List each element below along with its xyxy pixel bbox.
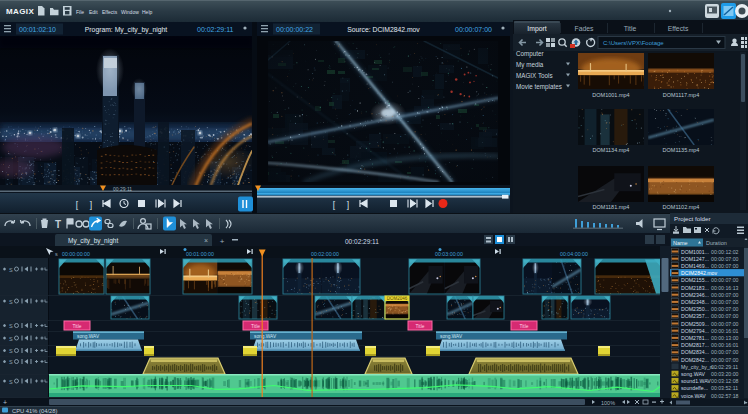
svg-text:My_city_by_night: My_city_by_night: [68, 237, 118, 245]
svg-text:×: ×: [204, 237, 208, 244]
svg-text:Fades: Fades: [575, 25, 594, 32]
svg-text:S: S: [9, 359, 13, 365]
svg-text:Import: Import: [527, 25, 546, 33]
svg-text:S: S: [9, 379, 13, 385]
svg-text:S: S: [9, 323, 13, 329]
svg-text:00:03:00:00: 00:03:00:00: [435, 251, 463, 257]
svg-text:DOM1117.mp4: DOM1117.mp4: [663, 92, 699, 98]
svg-text:MAGIX Tools: MAGIX Tools: [516, 72, 553, 79]
svg-text:Source: DCIM2842.mov: Source: DCIM2842.mov: [347, 26, 420, 33]
svg-text:DOM1134.mp4: DOM1134.mp4: [593, 147, 630, 153]
svg-text:00:02:29:11: 00:02:29:11: [345, 238, 379, 245]
svg-text:00:00:07:00: 00:00:07:00: [711, 299, 739, 305]
svg-text:00:01:02:10: 00:01:02:10: [19, 26, 56, 33]
svg-text:DOM2834...: DOM2834...: [681, 349, 709, 355]
svg-text:DOM1135.mp4: DOM1135.mp4: [663, 147, 700, 153]
svg-text:DOM1181.mp4: DOM1181.mp4: [593, 204, 630, 210]
svg-text:s: s: [55, 251, 58, 257]
svg-text:Help: Help: [142, 9, 153, 15]
svg-text:100%: 100%: [601, 400, 615, 406]
svg-text:voice.WAV: voice.WAV: [681, 393, 706, 399]
svg-text:00:03:12:08: 00:03:12:08: [711, 378, 739, 384]
svg-text:DOM2794...: DOM2794...: [681, 328, 709, 334]
svg-text:Name: Name: [673, 240, 688, 246]
svg-text:00:00:13:00: 00:00:13:00: [711, 335, 739, 341]
svg-text:Movie templates: Movie templates: [516, 83, 562, 91]
svg-text:00:00:07:00: 00:00:07:00: [711, 321, 739, 327]
svg-text:00:03:20:00: 00:03:20:00: [711, 371, 739, 377]
svg-text:MAGIX: MAGIX: [6, 7, 34, 16]
svg-text:Title: Title: [73, 324, 82, 329]
svg-text:DOM2357...: DOM2357...: [681, 313, 709, 319]
svg-text:Title: Title: [624, 25, 637, 32]
svg-text:00:02:29:11: 00:02:29:11: [197, 26, 234, 33]
svg-text:00:29:11: 00:29:11: [113, 186, 132, 192]
svg-text:C:\Users\VPX\Footage: C:\Users\VPX\Footage: [603, 40, 664, 46]
svg-text:S: S: [9, 336, 13, 342]
svg-text:00:01:00:00: 00:01:00:00: [186, 251, 214, 257]
svg-text:Program: My_city_by_night: Program: My_city_by_night: [85, 26, 167, 34]
svg-text:00:00:07:00: 00:00:07:00: [711, 306, 739, 312]
svg-text:Duration: Duration: [706, 240, 727, 246]
svg-text:DOM2183...: DOM2183...: [681, 285, 709, 291]
svg-text:S: S: [9, 267, 13, 273]
svg-text:song.WAV: song.WAV: [254, 334, 277, 339]
svg-text:S: S: [9, 299, 13, 305]
svg-text:Edit: Edit: [89, 9, 98, 15]
svg-text:Title: Title: [416, 324, 425, 329]
svg-text:My media: My media: [516, 61, 544, 69]
svg-text:Title: Title: [520, 324, 529, 329]
svg-text:sound1.WAV: sound1.WAV: [681, 378, 711, 384]
svg-text:DOM1247...: DOM1247...: [681, 256, 709, 262]
svg-text:00:00:07:00: 00:00:07:00: [711, 292, 739, 298]
svg-text:00:02:29:11: 00:02:29:11: [711, 364, 738, 370]
svg-text:00:00:07:00: 00:00:07:00: [455, 26, 492, 33]
svg-text:00:00:07:00: 00:00:07:00: [711, 256, 739, 262]
svg-text:DOM2348...: DOM2348...: [681, 299, 709, 305]
svg-text:00:00:07:00: 00:00:07:00: [711, 263, 739, 269]
svg-text:soundeffe...: soundeffe...: [681, 385, 708, 391]
svg-text:DOM2842...: DOM2842...: [681, 357, 709, 363]
svg-text:00:00:07:00: 00:00:07:00: [711, 313, 739, 319]
svg-text:00:00:12:02: 00:00:12:02: [711, 249, 739, 255]
svg-text:DOM2509...: DOM2509...: [681, 321, 709, 327]
svg-text:DOM2155...: DOM2155...: [681, 277, 709, 283]
svg-text:Title: Title: [251, 324, 260, 329]
svg-text:Computer: Computer: [516, 50, 544, 58]
svg-text:00:00:07:00: 00:00:07:00: [711, 277, 739, 283]
svg-text:Effects: Effects: [668, 25, 689, 32]
svg-text:00:00:00:22: 00:00:00:22: [276, 26, 313, 33]
svg-text:]: ]: [347, 200, 349, 210]
svg-text:DOM2046: DOM2046: [387, 296, 408, 301]
svg-text:DOM1469...: DOM1469...: [681, 263, 709, 269]
svg-text:00:00:07:00: 00:00:07:00: [711, 349, 739, 355]
svg-text:S: S: [9, 348, 13, 354]
svg-text:+: +: [220, 237, 225, 246]
svg-text:DCIM2842.mov: DCIM2842.mov: [681, 270, 717, 276]
svg-text:00:03:52:11: 00:03:52:11: [711, 385, 738, 391]
svg-text:DOM2817...: DOM2817...: [681, 342, 709, 348]
svg-text:00:02:57:18: 00:02:57:18: [711, 393, 739, 399]
svg-text:Project folder: Project folder: [674, 215, 710, 222]
svg-text:00:00:16:01: 00:00:16:01: [711, 328, 739, 334]
svg-text:File: File: [76, 9, 84, 15]
svg-text:DOM1001...: DOM1001...: [681, 249, 709, 255]
svg-text:00:00:00:00: 00:00:00:00: [62, 251, 90, 257]
svg-text:DOM2781...: DOM2781...: [681, 335, 709, 341]
svg-text:00:02:00:00: 00:02:00:00: [311, 251, 339, 257]
svg-text:DOM2350...: DOM2350...: [681, 306, 709, 312]
svg-text:T: T: [55, 219, 61, 230]
svg-text:00:00:07:00: 00:00:07:00: [711, 357, 739, 363]
svg-text:00:04:00:00: 00:04:00:00: [560, 251, 588, 257]
svg-text:song.WAV: song.WAV: [77, 334, 100, 339]
svg-text:DOM1001.mp4: DOM1001.mp4: [592, 92, 629, 98]
svg-text:DOM2346...: DOM2346...: [681, 292, 709, 298]
svg-text:song.WAV: song.WAV: [440, 334, 463, 339]
svg-text:DOM1102.mp4: DOM1102.mp4: [663, 204, 700, 210]
svg-text:00:00:16:13: 00:00:16:13: [711, 285, 739, 291]
svg-text:Effects: Effects: [102, 9, 118, 15]
svg-text:00:00:16:01: 00:00:16:01: [711, 342, 739, 348]
svg-text:song.WAV: song.WAV: [681, 371, 705, 377]
svg-text:]: ]: [90, 200, 92, 210]
svg-text:Window: Window: [121, 9, 139, 15]
